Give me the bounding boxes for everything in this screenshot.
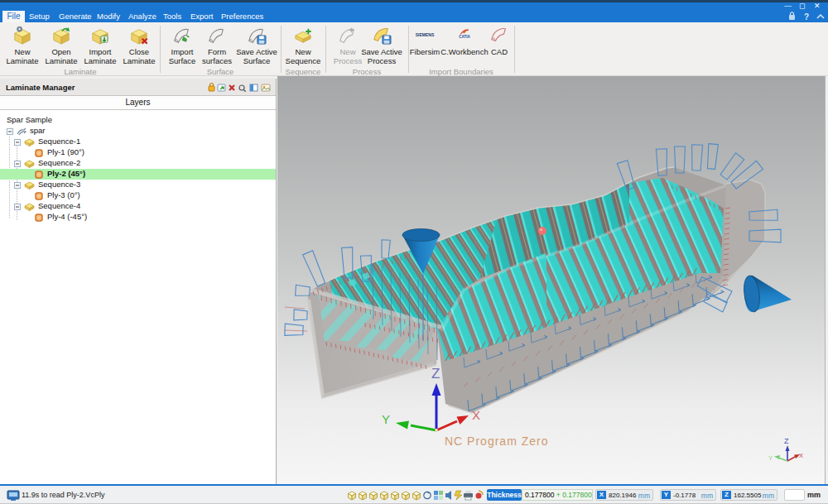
svg-text:Y: Y: [768, 454, 773, 462]
svg-text:X: X: [799, 452, 803, 459]
svg-text:SIEMENS: SIEMENS: [416, 32, 435, 37]
svg-text:NC Program Zero: NC Program Zero: [445, 434, 548, 448]
svg-text:Z: Z: [431, 366, 440, 382]
svg-text:Y: Y: [382, 412, 390, 426]
svg-text:CATIA: CATIA: [459, 35, 470, 39]
svg-text:X: X: [472, 408, 480, 422]
svg-text:Z: Z: [784, 437, 789, 445]
svg-text:?: ?: [804, 12, 809, 22]
